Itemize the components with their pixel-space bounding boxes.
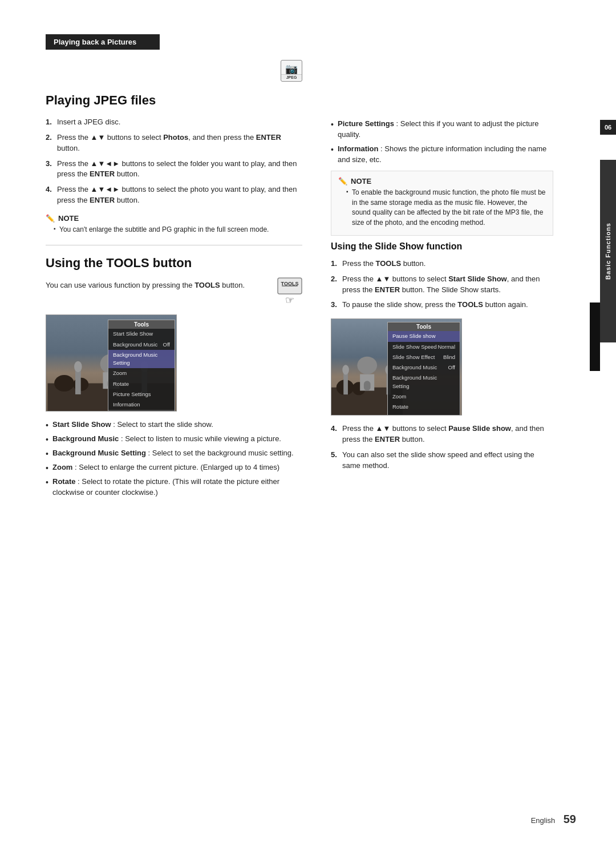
- menu-item-rotate: Rotate: [108, 379, 175, 389]
- ss-step-5: 5. You can also set the slide show speed…: [331, 450, 553, 471]
- menu-item-bg-setting: Background Music Setting: [108, 350, 175, 369]
- page-footer: English 59: [531, 813, 576, 826]
- slideshow-overlay-menu: Tools Pause Slide show Slide Show Speed …: [387, 322, 460, 416]
- chapter-tab: Basic Functions: [600, 160, 616, 342]
- note-title-2: ✏️ NOTE: [338, 177, 546, 185]
- step-4: 4. Press the ▲▼◄► buttons to select the …: [46, 184, 302, 206]
- bullet-rotate: Rotate : Select to rotate the picture. (…: [46, 477, 302, 498]
- menu-item-start-slide: Start Slide Show: [108, 329, 175, 339]
- step-1: 1. Insert a JPEG disc.: [46, 117, 302, 128]
- note-icon-2: ✏️: [338, 177, 347, 185]
- enter-label: ↵ Enter: [128, 411, 146, 412]
- chapter-label: Basic Functions: [605, 223, 611, 280]
- note-box-2: ✏️ NOTE To enable the background music f…: [331, 171, 553, 236]
- ss-step-3: 3. To pause the slide show, press the TO…: [331, 300, 553, 310]
- menu-item-info: Information: [108, 400, 175, 410]
- note-content-2: To enable the background music function,…: [338, 188, 546, 228]
- bullet-start-slideshow: Start Slide Show : Select to start the s…: [46, 420, 302, 430]
- bullet-bg-music-setting: Background Music Setting : Select to set…: [46, 448, 302, 459]
- footer-page-number: 59: [564, 813, 576, 825]
- svg-point-20: [342, 365, 349, 375]
- tools-button-icon: TOOLS ☞: [277, 277, 302, 308]
- svg-point-10: [74, 361, 82, 372]
- note-icon-1: ✏️: [46, 214, 55, 223]
- slideshow-steps: 1. Press the TOOLS button. 2. Press the …: [331, 259, 553, 310]
- slide-menu-title: Tools: [388, 322, 460, 331]
- right-column: Picture Settings : Select this if you wa…: [319, 34, 553, 503]
- tools-intro-text: You can use various function by pressing…: [46, 280, 302, 291]
- svg-text:☞: ☞: [285, 295, 294, 306]
- ss-step-4: 4. Press the ▲▼ buttons to select Pause …: [331, 423, 553, 445]
- slide-menu-effect: Slide Show Effect Blind: [388, 352, 460, 362]
- svg-rect-2: [282, 285, 298, 287]
- tools-bullet-list: Start Slide Show : Select to start the s…: [46, 420, 302, 498]
- section-header-bar: Playing back a Pictures: [46, 34, 160, 50]
- menu-item-zoom: Zoom: [108, 368, 175, 378]
- note-item-2: To enable the background music function,…: [346, 188, 546, 228]
- return-label: ↩ Return: [149, 411, 171, 412]
- note-box-1: ✏️ NOTE You can't enlarge the subtitle a…: [46, 214, 302, 235]
- ss-step-2: 2. Press the ▲▼ buttons to select Start …: [331, 274, 553, 296]
- left-column: Playing back a Pictures 📷 JPEG Playing J…: [46, 34, 319, 503]
- step-3: 3. Press the ▲▼◄► buttons to select the …: [46, 159, 302, 180]
- bullet-picture-settings: Picture Settings : Select this if you wa…: [331, 119, 553, 140]
- slideshow-section-title: Using the Slide Show function: [331, 241, 553, 252]
- slide-menu-zoom: Zoom: [388, 392, 460, 402]
- tools-overlay-menu: Tools Start Slide Show Background Music …: [108, 320, 175, 412]
- jpeg-icon: 📷 JPEG: [281, 60, 302, 82]
- bullet-bg-music: Background Music : Select to listen to m…: [46, 434, 302, 445]
- menu-item-picture-settings: Picture Settings: [108, 389, 175, 400]
- slide-menu-pic-settings: Picture Settings: [388, 412, 460, 416]
- svg-point-17: [357, 357, 377, 374]
- section-header-wrapper: Playing back a Pictures: [46, 34, 302, 55]
- main-content: Playing back a Pictures 📷 JPEG Playing J…: [0, 0, 616, 538]
- section1-title: Playing JPEG files: [46, 93, 302, 108]
- ss-step-1: 1. Press the TOOLS button.: [331, 259, 553, 269]
- tools-intro-area: TOOLS ☞ You can use various function by …: [46, 280, 302, 308]
- note-title-1: ✏️ NOTE: [46, 214, 302, 223]
- slide-menu-rotate: Rotate: [388, 402, 460, 412]
- note-content-1: You can't enlarge the subtitle and PG gr…: [46, 225, 302, 235]
- slide-menu-bg-music: Background Music Off: [388, 362, 460, 373]
- steps-list: 1. Insert a JPEG disc. 2. Press the ▲▼ b…: [46, 117, 302, 206]
- slideshow-screenshot: Tools Pause Slide show Slide Show Speed …: [331, 318, 462, 416]
- note-item-1: You can't enlarge the subtitle and PG gr…: [54, 225, 302, 235]
- bullet-information: Information : Shows the picture informat…: [331, 144, 553, 166]
- slide-menu-speed: Slide Show Speed Normal: [388, 342, 460, 352]
- svg-point-5: [54, 375, 74, 392]
- right-bullets: Picture Settings : Select this if you wa…: [331, 119, 553, 165]
- chapter-number: 06: [600, 120, 616, 135]
- slide-menu-bg-setting: Background Music Setting: [388, 373, 460, 392]
- tools-menu-title: Tools: [108, 320, 175, 329]
- footer-language: English: [531, 816, 556, 825]
- divider-1: [46, 245, 302, 245]
- bullet-zoom: Zoom : Select to enlarge the current pic…: [46, 462, 302, 473]
- camera-symbol: 📷: [285, 63, 298, 75]
- slide-menu-pause: Pause Slide show: [388, 331, 460, 341]
- jpeg-label: JPEG: [281, 74, 302, 79]
- menu-item-bg-music: Background Music Off: [108, 340, 175, 350]
- section2-title: Using the TOOLS button: [46, 256, 302, 271]
- accent-bar: [590, 302, 600, 371]
- slideshow-steps-2: 4. Press the ▲▼ buttons to select Pause …: [331, 423, 553, 471]
- tools-menu-footer: ↵ Enter ↩ Return: [108, 410, 175, 412]
- step-2: 2. Press the ▲▼ buttons to select Photos…: [46, 132, 302, 154]
- tools-screenshot: Tools Start Slide Show Background Music …: [46, 314, 177, 412]
- svg-rect-23: [364, 381, 371, 391]
